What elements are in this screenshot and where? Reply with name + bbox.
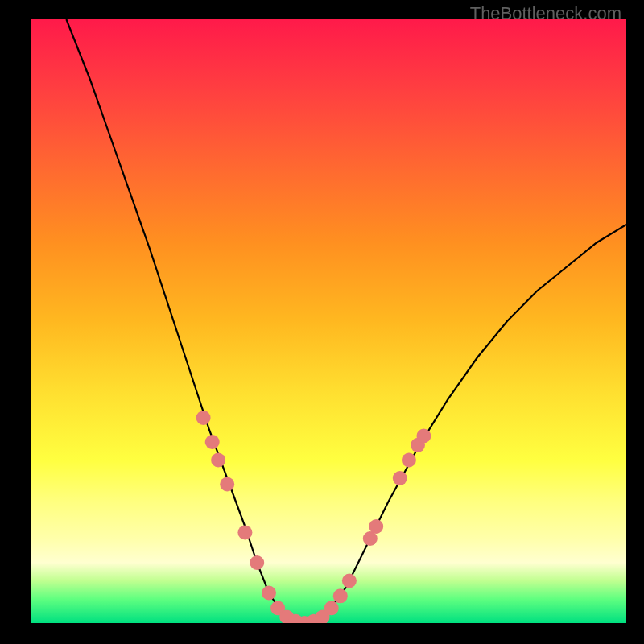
curve-layer <box>31 19 626 623</box>
marker-point <box>205 435 220 449</box>
marker-point <box>262 586 276 601</box>
marker-point <box>196 411 211 425</box>
marker-point <box>237 526 252 540</box>
marker-point <box>220 477 234 492</box>
marker-point <box>324 601 339 615</box>
plot-area <box>31 19 626 623</box>
bottleneck-curve <box>66 19 626 623</box>
attribution-text: TheBottleneck.com <box>470 3 621 24</box>
marker-point <box>342 574 357 588</box>
marker-point <box>211 453 225 468</box>
marker-point <box>250 555 264 570</box>
marker-point <box>393 471 407 485</box>
marker-point <box>369 519 383 534</box>
marker-group <box>196 411 431 623</box>
marker-point <box>402 453 416 468</box>
marker-point <box>333 588 348 603</box>
marker-point <box>416 429 431 444</box>
chart-container: TheBottleneck.com <box>0 0 644 644</box>
